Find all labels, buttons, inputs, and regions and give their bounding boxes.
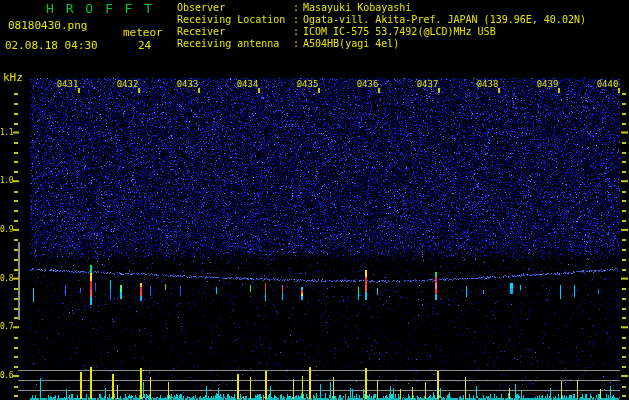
station-info: Observer:Masayuki Kobayashi Receiving Lo… [177, 2, 586, 50]
info-value: A504HB(yagi 4el) [303, 38, 399, 49]
time-axis-label: 0433 [167, 79, 209, 89]
time-axis-label: 0437 [407, 79, 449, 89]
info-label: Receiving antenna [177, 38, 293, 50]
hrofft-output-image: H R O F F T 08180430.png meteor 02.08.18… [0, 0, 629, 400]
y-axis-label: 1.1 [0, 128, 12, 137]
time-axis-label: 0438 [467, 79, 509, 89]
info-label: Receiving Location [177, 14, 293, 26]
y-axis-label: 0.6 [0, 371, 12, 380]
info-row-observer: Observer:Masayuki Kobayashi [177, 2, 586, 14]
time-axis-label: 0440 [587, 79, 629, 89]
y-axis-label: 0.8 [0, 274, 12, 283]
output-filename: 08180430.png [8, 19, 87, 32]
time-axis-label: 0439 [527, 79, 569, 89]
info-separator: : [293, 26, 303, 38]
info-row-receiver: Receiver:ICOM IC-575 53.7492(@LCD)MHz US… [177, 26, 586, 38]
info-label: Receiver [177, 26, 293, 38]
info-value: Ogata-vill. Akita-Pref. JAPAN (139.96E, … [303, 14, 586, 25]
meteor-count: 24 [138, 39, 151, 52]
time-axis-label: 0431 [47, 79, 89, 89]
info-separator: : [293, 2, 303, 14]
info-value: ICOM IC-575 53.7492(@LCD)MHz USB [303, 26, 496, 37]
spectrogram-canvas [0, 0, 629, 400]
info-separator: : [293, 38, 303, 50]
y-axis-label: 0.9 [0, 225, 12, 234]
y-axis-label: 0.7 [0, 322, 12, 331]
info-separator: : [293, 14, 303, 26]
time-axis-label: 0434 [227, 79, 269, 89]
mode-label: meteor [123, 26, 163, 39]
time-axis-label: 0436 [347, 79, 389, 89]
time-axis-label: 0432 [107, 79, 149, 89]
y-axis-label: 1.0 [0, 176, 12, 185]
info-value: Masayuki Kobayashi [303, 2, 411, 13]
time-axis-label: 0435 [287, 79, 329, 89]
app-title: H R O F F T [46, 1, 154, 16]
info-row-antenna: Receiving antenna:A504HB(yagi 4el) [177, 38, 586, 50]
info-label: Observer [177, 2, 293, 14]
observation-datetime: 02.08.18 04:30 [5, 39, 98, 52]
y-axis-unit-label: kHz [3, 71, 23, 84]
info-row-location: Receiving Location:Ogata-vill. Akita-Pre… [177, 14, 586, 26]
